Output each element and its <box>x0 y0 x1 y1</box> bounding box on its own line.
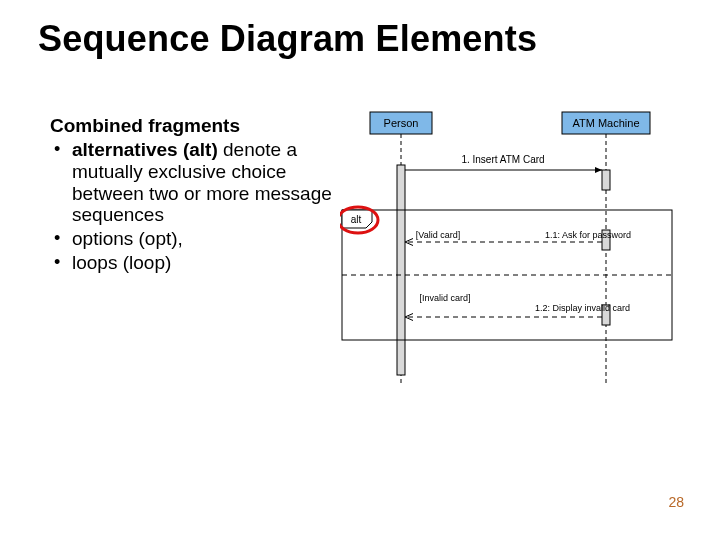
sequence-diagram: Person ATM Machine 1. Insert ATM Card al… <box>340 110 700 390</box>
subhead: Combined fragments <box>50 115 340 137</box>
page-title: Sequence Diagram Elements <box>38 18 537 60</box>
lifeline-label-atm: ATM Machine <box>572 117 639 129</box>
lifeline-label-person: Person <box>384 117 419 129</box>
page-number: 28 <box>668 494 684 510</box>
guard2-label: [Invalid card] <box>419 293 470 303</box>
body-text: Combined fragments alternatives (alt) de… <box>50 115 340 276</box>
msg2-label: 1.1: Ask for password <box>545 230 631 240</box>
msg1-label: 1. Insert ATM Card <box>461 154 544 165</box>
msg3-label: 1.2: Display invalid card <box>535 303 630 313</box>
fragment-label: alt <box>351 214 362 225</box>
sequence-diagram-svg: Person ATM Machine 1. Insert ATM Card al… <box>340 110 700 390</box>
bullet-alt-strong: alternatives (alt) <box>72 139 218 160</box>
fragment-label-tab: alt <box>342 210 372 228</box>
bullet-alternatives: alternatives (alt) denote a mutually exc… <box>68 139 340 226</box>
activation-person <box>397 165 405 375</box>
slide: Sequence Diagram Elements Combined fragm… <box>0 0 720 540</box>
bullet-list: alternatives (alt) denote a mutually exc… <box>50 139 340 274</box>
bullet-loops: loops (loop) <box>68 252 340 274</box>
bullet-options: options (opt), <box>68 228 340 250</box>
guard1-label: [Valid card] <box>416 230 460 240</box>
activation-atm-1 <box>602 170 610 190</box>
